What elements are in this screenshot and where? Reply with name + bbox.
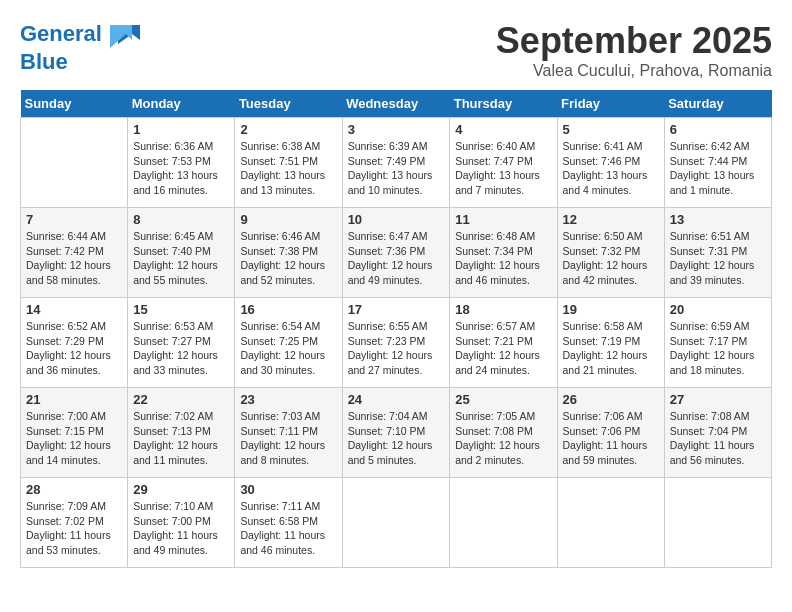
day-number: 30 xyxy=(240,482,336,497)
day-info: Sunrise: 6:48 AM Sunset: 7:34 PM Dayligh… xyxy=(455,229,551,288)
calendar-day-cell: 16Sunrise: 6:54 AM Sunset: 7:25 PM Dayli… xyxy=(235,298,342,388)
calendar-day-cell: 15Sunrise: 6:53 AM Sunset: 7:27 PM Dayli… xyxy=(128,298,235,388)
day-number: 14 xyxy=(26,302,122,317)
day-number: 25 xyxy=(455,392,551,407)
calendar-week-row: 1Sunrise: 6:36 AM Sunset: 7:53 PM Daylig… xyxy=(21,118,772,208)
weekday-header-row: SundayMondayTuesdayWednesdayThursdayFrid… xyxy=(21,90,772,118)
day-number: 1 xyxy=(133,122,229,137)
day-info: Sunrise: 7:08 AM Sunset: 7:04 PM Dayligh… xyxy=(670,409,766,468)
calendar-day-cell: 3Sunrise: 6:39 AM Sunset: 7:49 PM Daylig… xyxy=(342,118,450,208)
day-info: Sunrise: 6:47 AM Sunset: 7:36 PM Dayligh… xyxy=(348,229,445,288)
day-number: 2 xyxy=(240,122,336,137)
day-number: 3 xyxy=(348,122,445,137)
day-number: 29 xyxy=(133,482,229,497)
calendar-day-cell: 24Sunrise: 7:04 AM Sunset: 7:10 PM Dayli… xyxy=(342,388,450,478)
calendar-day-cell: 5Sunrise: 6:41 AM Sunset: 7:46 PM Daylig… xyxy=(557,118,664,208)
calendar-day-cell: 1Sunrise: 6:36 AM Sunset: 7:53 PM Daylig… xyxy=(128,118,235,208)
calendar-day-cell: 27Sunrise: 7:08 AM Sunset: 7:04 PM Dayli… xyxy=(664,388,771,478)
calendar-day-cell: 26Sunrise: 7:06 AM Sunset: 7:06 PM Dayli… xyxy=(557,388,664,478)
month-title: September 2025 xyxy=(496,20,772,62)
day-info: Sunrise: 7:11 AM Sunset: 6:58 PM Dayligh… xyxy=(240,499,336,558)
calendar-day-cell: 9Sunrise: 6:46 AM Sunset: 7:38 PM Daylig… xyxy=(235,208,342,298)
day-number: 10 xyxy=(348,212,445,227)
title-block: September 2025 Valea Cucului, Prahova, R… xyxy=(496,20,772,80)
calendar-day-cell xyxy=(342,478,450,568)
day-info: Sunrise: 7:10 AM Sunset: 7:00 PM Dayligh… xyxy=(133,499,229,558)
day-info: Sunrise: 6:42 AM Sunset: 7:44 PM Dayligh… xyxy=(670,139,766,198)
day-info: Sunrise: 7:06 AM Sunset: 7:06 PM Dayligh… xyxy=(563,409,659,468)
calendar-day-cell: 4Sunrise: 6:40 AM Sunset: 7:47 PM Daylig… xyxy=(450,118,557,208)
day-number: 8 xyxy=(133,212,229,227)
weekday-header: Wednesday xyxy=(342,90,450,118)
day-number: 5 xyxy=(563,122,659,137)
day-info: Sunrise: 6:45 AM Sunset: 7:40 PM Dayligh… xyxy=(133,229,229,288)
calendar-day-cell: 6Sunrise: 6:42 AM Sunset: 7:44 PM Daylig… xyxy=(664,118,771,208)
day-number: 23 xyxy=(240,392,336,407)
day-number: 22 xyxy=(133,392,229,407)
day-info: Sunrise: 6:54 AM Sunset: 7:25 PM Dayligh… xyxy=(240,319,336,378)
day-number: 21 xyxy=(26,392,122,407)
day-info: Sunrise: 6:58 AM Sunset: 7:19 PM Dayligh… xyxy=(563,319,659,378)
calendar-day-cell: 22Sunrise: 7:02 AM Sunset: 7:13 PM Dayli… xyxy=(128,388,235,478)
day-info: Sunrise: 6:50 AM Sunset: 7:32 PM Dayligh… xyxy=(563,229,659,288)
day-number: 18 xyxy=(455,302,551,317)
day-info: Sunrise: 6:44 AM Sunset: 7:42 PM Dayligh… xyxy=(26,229,122,288)
calendar-day-cell: 8Sunrise: 6:45 AM Sunset: 7:40 PM Daylig… xyxy=(128,208,235,298)
calendar-day-cell: 2Sunrise: 6:38 AM Sunset: 7:51 PM Daylig… xyxy=(235,118,342,208)
calendar-day-cell: 10Sunrise: 6:47 AM Sunset: 7:36 PM Dayli… xyxy=(342,208,450,298)
day-number: 27 xyxy=(670,392,766,407)
page-header: General Blue September 2025 Valea Cuculu… xyxy=(20,20,772,80)
calendar-day-cell xyxy=(21,118,128,208)
day-number: 4 xyxy=(455,122,551,137)
calendar-week-row: 7Sunrise: 6:44 AM Sunset: 7:42 PM Daylig… xyxy=(21,208,772,298)
day-number: 24 xyxy=(348,392,445,407)
day-info: Sunrise: 6:40 AM Sunset: 7:47 PM Dayligh… xyxy=(455,139,551,198)
calendar-day-cell: 25Sunrise: 7:05 AM Sunset: 7:08 PM Dayli… xyxy=(450,388,557,478)
day-info: Sunrise: 6:36 AM Sunset: 7:53 PM Dayligh… xyxy=(133,139,229,198)
weekday-header: Tuesday xyxy=(235,90,342,118)
svg-marker-1 xyxy=(110,25,132,48)
day-number: 19 xyxy=(563,302,659,317)
day-info: Sunrise: 7:04 AM Sunset: 7:10 PM Dayligh… xyxy=(348,409,445,468)
day-info: Sunrise: 6:41 AM Sunset: 7:46 PM Dayligh… xyxy=(563,139,659,198)
calendar-day-cell: 29Sunrise: 7:10 AM Sunset: 7:00 PM Dayli… xyxy=(128,478,235,568)
day-info: Sunrise: 6:46 AM Sunset: 7:38 PM Dayligh… xyxy=(240,229,336,288)
calendar-day-cell: 28Sunrise: 7:09 AM Sunset: 7:02 PM Dayli… xyxy=(21,478,128,568)
day-info: Sunrise: 6:59 AM Sunset: 7:17 PM Dayligh… xyxy=(670,319,766,378)
day-number: 11 xyxy=(455,212,551,227)
day-info: Sunrise: 6:52 AM Sunset: 7:29 PM Dayligh… xyxy=(26,319,122,378)
calendar-day-cell xyxy=(664,478,771,568)
weekday-header: Friday xyxy=(557,90,664,118)
day-number: 17 xyxy=(348,302,445,317)
day-info: Sunrise: 7:05 AM Sunset: 7:08 PM Dayligh… xyxy=(455,409,551,468)
calendar-week-row: 21Sunrise: 7:00 AM Sunset: 7:15 PM Dayli… xyxy=(21,388,772,478)
day-info: Sunrise: 7:03 AM Sunset: 7:11 PM Dayligh… xyxy=(240,409,336,468)
day-info: Sunrise: 6:51 AM Sunset: 7:31 PM Dayligh… xyxy=(670,229,766,288)
day-info: Sunrise: 6:39 AM Sunset: 7:49 PM Dayligh… xyxy=(348,139,445,198)
calendar-day-cell: 18Sunrise: 6:57 AM Sunset: 7:21 PM Dayli… xyxy=(450,298,557,388)
day-number: 15 xyxy=(133,302,229,317)
day-info: Sunrise: 6:57 AM Sunset: 7:21 PM Dayligh… xyxy=(455,319,551,378)
day-number: 13 xyxy=(670,212,766,227)
day-number: 6 xyxy=(670,122,766,137)
day-number: 20 xyxy=(670,302,766,317)
day-number: 26 xyxy=(563,392,659,407)
calendar-day-cell: 13Sunrise: 6:51 AM Sunset: 7:31 PM Dayli… xyxy=(664,208,771,298)
weekday-header: Sunday xyxy=(21,90,128,118)
calendar-week-row: 28Sunrise: 7:09 AM Sunset: 7:02 PM Dayli… xyxy=(21,478,772,568)
day-number: 9 xyxy=(240,212,336,227)
calendar-day-cell: 12Sunrise: 6:50 AM Sunset: 7:32 PM Dayli… xyxy=(557,208,664,298)
calendar-day-cell: 30Sunrise: 7:11 AM Sunset: 6:58 PM Dayli… xyxy=(235,478,342,568)
day-info: Sunrise: 6:55 AM Sunset: 7:23 PM Dayligh… xyxy=(348,319,445,378)
weekday-header: Saturday xyxy=(664,90,771,118)
day-number: 12 xyxy=(563,212,659,227)
calendar-table: SundayMondayTuesdayWednesdayThursdayFrid… xyxy=(20,90,772,568)
logo-text: General xyxy=(20,20,140,50)
calendar-day-cell: 19Sunrise: 6:58 AM Sunset: 7:19 PM Dayli… xyxy=(557,298,664,388)
calendar-day-cell xyxy=(557,478,664,568)
weekday-header: Thursday xyxy=(450,90,557,118)
day-number: 28 xyxy=(26,482,122,497)
day-number: 16 xyxy=(240,302,336,317)
location: Valea Cucului, Prahova, Romania xyxy=(496,62,772,80)
calendar-day-cell: 17Sunrise: 6:55 AM Sunset: 7:23 PM Dayli… xyxy=(342,298,450,388)
